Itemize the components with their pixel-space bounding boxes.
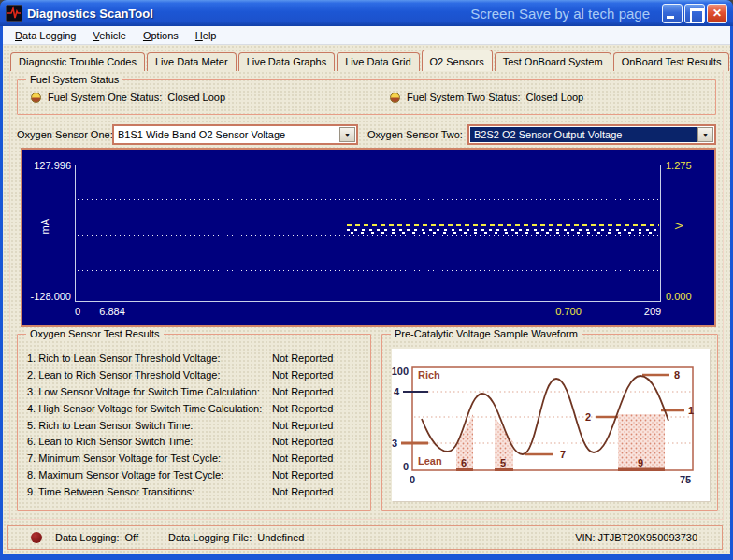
result-value: Not Reported — [272, 369, 333, 381]
tab-strip: Diagnostic Trouble Codes Live Data Meter… — [10, 48, 729, 71]
result-value: Not Reported — [272, 386, 333, 397]
menu-bar: Data Logging Vehicle Options Help — [3, 26, 730, 45]
fuel-one-value: Closed Loop — [167, 92, 225, 103]
tab-live-data-grid[interactable]: Live Data Grid — [337, 52, 419, 71]
callout-1: 1 — [688, 405, 694, 416]
callout-6: 6 — [461, 457, 467, 468]
dropdown-arrow-icon[interactable]: ▼ — [339, 127, 355, 142]
callout-9: 9 — [638, 457, 643, 468]
lean-label: Lean — [418, 455, 442, 467]
result-value: Not Reported — [272, 352, 333, 364]
menu-vehicle[interactable]: Vehicle — [84, 28, 134, 43]
fuel-system-one-status: Fuel System One Status: Closed Loop — [31, 92, 225, 103]
result-label: 5. Rich to Lean Sensor Switch Time: — [27, 420, 193, 431]
y-axis-left-unit: mA — [39, 219, 50, 235]
bar-under-6 — [456, 468, 473, 471]
result-value: Not Reported — [272, 486, 333, 497]
waveform-y-4: 4 — [394, 386, 400, 397]
minimize-button[interactable] — [662, 4, 683, 23]
oxygen-sensor-two-value: B2S2 O2 Sensor Output Voltage — [470, 127, 697, 142]
sample-waveform-group: Pre-Catalytic Voltage Sample Waveform — [381, 334, 718, 511]
callout-5: 5 — [500, 457, 506, 468]
result-value: Not Reported — [272, 469, 333, 481]
oxygen-sensor-one-select[interactable]: B1S1 Wide Band O2 Sensor Voltage ▼ — [112, 124, 358, 145]
tab-o2-sensors[interactable]: O2 Sensors — [422, 50, 493, 71]
y-axis-left-max: 127.996 — [24, 160, 71, 171]
callout-7: 7 — [560, 449, 566, 460]
table-row: 9. Time Between Sensor Transitions: Not … — [18, 483, 370, 500]
logging-file-label: Data Logging File: — [168, 532, 252, 543]
sensor-trace — [347, 224, 659, 234]
fuel-two-label: Fuel System Two Status: — [407, 92, 520, 103]
title-bar: Diagnostics ScanTool Screen Save by al t… — [0, 0, 733, 26]
logging-value: Off — [125, 532, 138, 543]
result-label: 2. Lean to Rich Sensor Threshold Voltage… — [27, 369, 221, 381]
waveform-y-3: 3 — [392, 438, 397, 449]
y-axis-right-max: 1.275 — [666, 160, 692, 171]
window-controls — [662, 4, 727, 23]
x-axis-min: 0 — [68, 306, 87, 317]
waveform-diagram: 100 4 3 0 Rich Lean 0 75 6 5 7 2 9 8 1 — [392, 349, 710, 501]
menu-options[interactable]: Options — [135, 28, 187, 43]
sensor-one-trace — [347, 232, 659, 234]
y-axis-right-min: 0.000 — [666, 291, 692, 302]
callout-2: 2 — [585, 411, 591, 423]
table-row: 7. Minimum Sensor Voltage for Test Cycle… — [18, 450, 370, 467]
result-value: Not Reported — [272, 452, 333, 464]
result-label: 9. Time Between Sensor Transitions: — [27, 486, 194, 497]
table-row: 3. Low Sensor Voltage for Switch Time Ca… — [18, 383, 370, 400]
results-group-legend: Oxygen Sensor Test Results — [26, 328, 164, 339]
content-area: Diagnostic Trouble Codes Live Data Meter… — [3, 45, 730, 554]
result-value: Not Reported — [272, 436, 333, 447]
sensor-two-trace — [347, 224, 659, 226]
close-button[interactable] — [707, 4, 727, 23]
sensor-one-trace — [347, 229, 659, 231]
menu-help[interactable]: Help — [187, 28, 225, 43]
test-results-group: Oxygen Sensor Test Results 1. Rich to Le… — [17, 334, 371, 511]
tab-test-onboard-system[interactable]: Test OnBoard System — [495, 52, 611, 71]
waveform-panel: 100 4 3 0 Rich Lean 0 75 6 5 7 2 9 8 1 — [392, 349, 710, 501]
led-icon — [390, 93, 400, 103]
waveform-y-100: 100 — [392, 366, 409, 377]
y-axis-right-unit: V — [673, 223, 684, 229]
fuel-group-legend: Fuel System Status — [26, 74, 122, 85]
bar-under-9 — [618, 468, 665, 472]
result-label: 3. Low Sensor Voltage for Switch Time Ca… — [27, 386, 260, 397]
waveform-y-0: 0 — [403, 461, 409, 472]
result-label: 7. Minimum Sensor Voltage for Test Cycle… — [27, 452, 221, 464]
live-graph-panel: 127.996 -128.000 mA 1.275 0.000 V 0 6.88… — [21, 148, 716, 327]
callout-8: 8 — [674, 369, 680, 381]
result-label: 8. Maximum Sensor Voltage for Test Cycle… — [27, 469, 223, 481]
gridline — [78, 270, 658, 271]
app-icon — [6, 5, 22, 22]
oxygen-sensor-two-select[interactable]: B2S2 O2 Sensor Output Voltage ▼ — [467, 124, 716, 145]
waveform-x-75: 75 — [680, 474, 691, 485]
result-label: 4. High Sensor Voltage for Switch Time C… — [27, 403, 262, 414]
table-row: 2. Lean to Rich Sensor Threshold Voltage… — [18, 366, 370, 383]
maximize-button[interactable] — [684, 4, 705, 23]
y-axis-left-min: -128.000 — [24, 291, 71, 302]
bar-under-5 — [495, 468, 513, 471]
x-axis-max: 209 — [634, 306, 671, 317]
tab-diagnostic-trouble-codes[interactable]: Diagnostic Trouble Codes — [10, 52, 145, 71]
menu-data-logging[interactable]: Data Logging — [7, 28, 84, 43]
oxygen-sensor-two-label: Oxygen Sensor Two: — [367, 129, 463, 140]
x-axis-value-left: 6.884 — [93, 306, 131, 317]
fuel-system-status-group: Fuel System Status Fuel System One Statu… — [17, 79, 716, 115]
table-row: 8. Maximum Sensor Voltage for Test Cycle… — [18, 467, 370, 483]
tab-onboard-test-results[interactable]: OnBoard Test Results — [613, 52, 730, 71]
tab-live-data-meter[interactable]: Live Data Meter — [147, 52, 237, 71]
gridline — [78, 199, 658, 200]
x-axis-value-right: 0.700 — [550, 306, 587, 317]
tab-live-data-graphs[interactable]: Live Data Graphs — [238, 52, 336, 71]
heartbeat-icon — [7, 6, 22, 21]
live-graph-plot — [75, 165, 661, 302]
led-icon — [31, 93, 41, 103]
fuel-system-two-status: Fuel System Two Status: Closed Loop — [390, 92, 583, 103]
data-logging-status-icon — [31, 532, 42, 543]
table-row: 5. Rich to Lean Sensor Switch Time: Not … — [18, 417, 370, 434]
table-row: 4. High Sensor Voltage for Switch Time C… — [18, 400, 370, 417]
logging-label: Data Logging: — [55, 532, 120, 543]
fuel-one-label: Fuel System One Status: — [48, 92, 162, 103]
dropdown-arrow-icon[interactable]: ▼ — [697, 127, 713, 142]
